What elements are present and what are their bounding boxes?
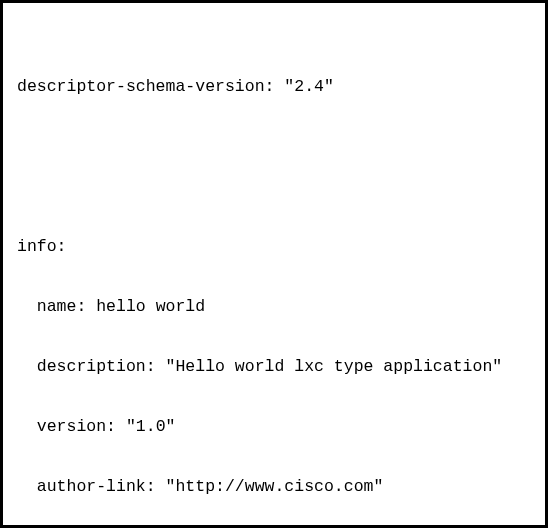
info-description-line: description: "Hello world lxc type appli… [17, 357, 535, 377]
schema-value: "2.4" [284, 77, 334, 96]
info-author-link-line: author-link: "http://www.cisco.com" [17, 477, 535, 497]
key: author-link: [37, 477, 156, 496]
value: "1.0" [126, 417, 176, 436]
key: version: [37, 417, 116, 436]
value: hello world [96, 297, 205, 316]
value: "Hello world lxc type application" [166, 357, 503, 376]
blank-line [17, 157, 535, 177]
key: name: [37, 297, 87, 316]
info-version-line: version: "1.0" [17, 417, 535, 437]
info-name-line: name: hello world [17, 297, 535, 317]
schema-version-line: descriptor-schema-version: "2.4" [17, 77, 535, 97]
key: description: [37, 357, 156, 376]
info-header: info: [17, 237, 535, 257]
yaml-config-document: descriptor-schema-version: "2.4" info: n… [0, 0, 548, 528]
value: "http://www.cisco.com" [166, 477, 384, 496]
schema-key: descriptor-schema-version: [17, 77, 274, 96]
